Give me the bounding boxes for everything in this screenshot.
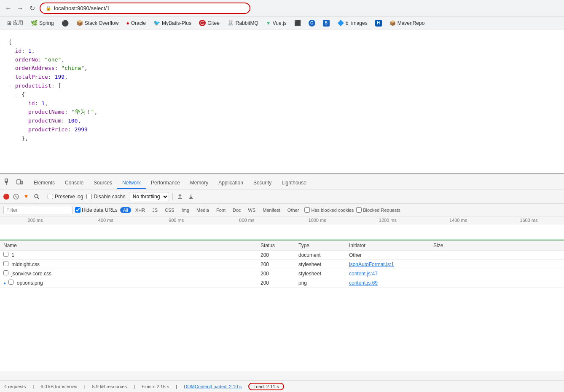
bookmark-vuejs[interactable]: ▼ Vue.js (263, 19, 290, 27)
filter-manifest[interactable]: Manifest (260, 207, 283, 213)
throttle-select[interactable]: No throttling (129, 192, 169, 201)
spring-icon: 🌿 (31, 20, 38, 26)
filter-button[interactable]: ▼ (23, 193, 30, 200)
json-line-9: productNum: 100, (8, 117, 556, 125)
bookmark-h[interactable]: H (372, 19, 385, 28)
s-icon: S (323, 20, 330, 27)
disable-cache-checkbox[interactable] (86, 194, 92, 199)
filter-badges: All XHR JS CSS Img Media Font Doc WS Man… (120, 207, 302, 213)
upload-icon[interactable] (176, 193, 184, 200)
filter-js[interactable]: JS (149, 207, 161, 213)
blocked-requests-label[interactable]: Blocked Requests (356, 207, 400, 213)
tab-sources[interactable]: Sources (89, 177, 117, 189)
hide-data-urls-checkbox[interactable] (75, 207, 81, 213)
row-checkbox-2[interactable] (3, 261, 8, 266)
tab-network[interactable]: Network (117, 177, 146, 189)
cell-name-2: midnight.css (0, 260, 257, 269)
bookmark-oracle[interactable]: ● Oracle (123, 19, 149, 27)
gitee-label: Gitee (207, 20, 220, 26)
tab-memory[interactable]: Memory (185, 177, 213, 189)
cell-initiator-3: content.js:47 (346, 269, 430, 278)
preserve-log-checkbox[interactable] (48, 194, 53, 199)
filter-all[interactable]: All (120, 207, 131, 213)
spring-label: Spring (39, 20, 54, 26)
mybatis-icon: 🐦 (153, 20, 160, 26)
tab-elements[interactable]: Elements (29, 177, 60, 189)
divider-s3: | (134, 384, 135, 389)
bookmark-stackoverflow[interactable]: 📦 Stack Overflow (73, 19, 122, 27)
clear-button[interactable] (13, 193, 19, 200)
address-bar[interactable]: 🔒 localhost:9090/select/1 (40, 3, 250, 14)
record-button[interactable] (3, 194, 9, 200)
filter-media[interactable]: Media (193, 207, 212, 213)
initiator-link-2[interactable]: jsonAutoFormat.js:1 (349, 261, 394, 267)
bookmark-rabbitmq[interactable]: 🐰 RabbitMQ (224, 19, 261, 27)
bookmark-github[interactable]: ⚫ (59, 19, 72, 28)
filter-css[interactable]: CSS (162, 207, 177, 213)
bookmark-maven[interactable]: 📦 MavenRepo (387, 19, 428, 27)
tab-performance[interactable]: Performance (146, 177, 185, 189)
bookmark-c[interactable]: C (306, 19, 318, 28)
hide-data-urls-label[interactable]: Hide data URLs (75, 207, 118, 213)
inspect-element-icon[interactable] (3, 177, 13, 187)
hide-data-urls-text: Hide data URLs (82, 207, 118, 213)
bookmark-gitee[interactable]: G Gitee (196, 19, 223, 27)
row-checkbox-3[interactable] (3, 270, 8, 275)
forward-button[interactable]: → (16, 4, 24, 13)
initiator-link-4[interactable]: content.js:69 (349, 280, 378, 286)
json-line-10: productPrice: 2999 (8, 125, 556, 134)
col-header-name: Name (0, 241, 257, 251)
filter-xhr[interactable]: XHR (132, 207, 148, 213)
cell-size-3 (430, 269, 564, 278)
tab-application[interactable]: Application (213, 177, 248, 189)
filter-input[interactable] (3, 206, 73, 214)
bookmark-bimages[interactable]: 🔷 b_images (334, 19, 371, 27)
bookmark-mybatis[interactable]: 🐦 MyBatis-Plus (150, 19, 194, 27)
filter-font[interactable]: Font (213, 207, 228, 213)
bookmark-spring[interactable]: 🌿 Spring (28, 19, 57, 27)
back-button[interactable]: ← (4, 4, 13, 13)
requests-count: 4 requests (4, 384, 26, 389)
reload-button[interactable]: ↻ (28, 4, 36, 13)
has-blocked-cookies-label[interactable]: Has blocked cookies (304, 207, 354, 213)
bookmark-s[interactable]: S (320, 19, 333, 28)
filter-other[interactable]: Other (285, 207, 302, 213)
table-row[interactable]: 1 200 document Other (0, 251, 564, 260)
filter-img[interactable]: Img (179, 207, 192, 213)
tab-lighthouse[interactable]: Lighthouse (277, 177, 312, 189)
row-checkbox-4[interactable] (8, 280, 13, 285)
options-icon: ● (3, 281, 6, 285)
tab-console[interactable]: Console (60, 177, 89, 189)
initiator-link-3[interactable]: content.js:47 (349, 271, 378, 277)
status-bar: 4 requests | 6.0 kB transferred | 5.9 kB… (0, 380, 564, 392)
bimages-label: b_images (346, 20, 368, 26)
has-blocked-cookies-checkbox[interactable] (304, 207, 310, 213)
dom-loaded-text[interactable]: DOMContentLoaded: 2.10 s (184, 384, 242, 389)
device-toggle-icon[interactable] (15, 177, 24, 187)
filter-ws[interactable]: WS (245, 207, 259, 213)
bookmark-apps[interactable]: ⊞ 应用 (4, 18, 26, 28)
filter-doc[interactable]: Doc (230, 207, 244, 213)
row-checkbox-1[interactable] (3, 252, 8, 257)
download-icon[interactable] (187, 193, 195, 200)
page-content: { id: 1, orderNo: "one", orderAddress: "… (0, 29, 564, 194)
col-header-size: Size (430, 241, 564, 251)
disable-cache-label[interactable]: Disable cache (86, 194, 125, 200)
cell-type-2: stylesheet (295, 260, 346, 269)
timeline-400ms: 400 ms (70, 218, 141, 223)
table-row[interactable]: ● options.png 200 png content.js:69 (0, 278, 564, 288)
cell-type-3: stylesheet (295, 269, 346, 278)
bookmark-item9[interactable]: ⬛ (291, 19, 304, 27)
preserve-log-text: Preserve log (55, 194, 83, 200)
table-row[interactable]: midnight.css 200 stylesheet jsonAutoForm… (0, 260, 564, 269)
filter-bar: Hide data URLs All XHR JS CSS Img Media … (0, 204, 564, 216)
svg-point-7 (35, 195, 38, 198)
preserve-log-label[interactable]: Preserve log (48, 194, 83, 200)
tab-security[interactable]: Security (248, 177, 277, 189)
cell-size-2 (430, 260, 564, 269)
network-table-container[interactable]: Name Status Type Initiator Size 1 200 do… (0, 241, 564, 371)
table-row[interactable]: jsonview-core.css 200 stylesheet content… (0, 269, 564, 278)
blocked-requests-checkbox[interactable] (356, 207, 362, 213)
cell-status-4: 200 (257, 278, 295, 288)
search-button[interactable] (33, 193, 40, 200)
